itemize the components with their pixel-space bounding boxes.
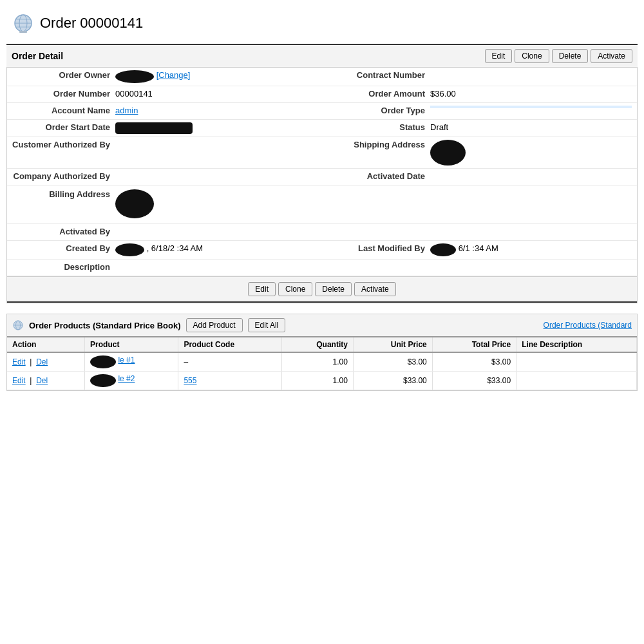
billing-right-empty <box>322 185 637 224</box>
edit-button-bottom[interactable]: Edit <box>248 282 276 296</box>
row2-unit-price: $33.00 <box>353 372 432 390</box>
products-right-link[interactable]: Order Products (Standard <box>544 321 632 330</box>
status-value: Draft <box>430 122 632 132</box>
products-title: Order Products (Standard Price Book) <box>29 321 181 330</box>
shipping-redacted <box>430 140 466 166</box>
clone-button-bottom[interactable]: Clone <box>278 282 312 296</box>
account-name-label: Account Name <box>12 106 115 115</box>
order-type-value <box>430 106 632 108</box>
row2-product: le #2 <box>85 372 178 390</box>
activate-button-bottom[interactable]: Activate <box>354 282 396 296</box>
page-container: Order 00000141 Order Detail Edit Clone D… <box>0 13 644 391</box>
add-product-button[interactable]: Add Product <box>186 318 243 332</box>
shipping-address-value <box>430 140 632 166</box>
products-header: Order Products (Standard Price Book) Add… <box>7 314 637 337</box>
products-table-head: Action Product Product Code Quantity Uni… <box>7 337 637 352</box>
company-auth-field: Company Authorized By <box>7 169 322 185</box>
row2-product-code: 555 <box>178 372 282 390</box>
billing-address-field: Billing Address <box>7 185 322 224</box>
description-right-empty <box>322 260 637 276</box>
products-icon <box>12 319 24 331</box>
order-detail-header: Order Detail Edit Clone Delete Activate <box>6 44 638 68</box>
row1-product: le #1 <box>85 352 178 372</box>
order-owner-field: Order Owner [Change] <box>7 68 322 86</box>
row1-unit-price: $3.00 <box>353 352 432 372</box>
table-row: Edit | Del le #2 555 1.00 $33.00 $33.00 <box>7 372 637 390</box>
order-detail-form: Order Owner [Change] Contract Number Ord… <box>6 68 638 303</box>
status-label: Status <box>327 122 430 132</box>
account-name-field: Account Name admin <box>7 103 322 120</box>
col-product-code-header: Product Code <box>178 337 282 352</box>
shipping-address-field: Shipping Address <box>322 137 637 169</box>
edit-all-button[interactable]: Edit All <box>248 318 286 332</box>
activated-date-label: Activated Date <box>327 171 430 181</box>
col-total-price-header: Total Price <box>432 337 516 352</box>
created-by-redacted <box>115 243 144 256</box>
activated-by-right-empty <box>322 224 637 241</box>
activated-by-label: Activated By <box>12 227 115 236</box>
order-products-section: Order Products (Standard Price Book) Add… <box>6 314 638 391</box>
svg-rect-5 <box>19 31 27 33</box>
status-field: Status Draft <box>322 120 637 137</box>
products-table-body: Edit | Del le #1 – 1.00 $3.00 $3.00 <box>7 352 637 390</box>
delete-button-bottom[interactable]: Delete <box>315 282 352 296</box>
order-amount-value: $36.00 <box>430 89 632 99</box>
last-modified-suffix: 6/1 :34 AM <box>459 243 498 253</box>
col-action-header: Action <box>7 337 85 352</box>
row1-product-link[interactable]: le #1 <box>118 355 135 365</box>
row2-quantity: 1.00 <box>282 372 354 390</box>
top-btn-group: Edit Clone Delete Activate <box>485 49 632 63</box>
col-line-desc-header: Line Description <box>516 337 637 352</box>
order-type-label: Order Type <box>327 106 430 115</box>
created-by-label: Created By <box>12 243 115 253</box>
order-amount-label: Order Amount <box>327 89 430 99</box>
change-link[interactable]: [Change] <box>156 70 191 80</box>
row1-line-desc <box>516 352 637 372</box>
edit-button-top[interactable]: Edit <box>485 49 513 63</box>
order-number-label: Order Number <box>12 89 115 99</box>
delete-button-top[interactable]: Delete <box>552 49 589 63</box>
clone-button-top[interactable]: Clone <box>515 49 549 63</box>
row2-action: Edit | Del <box>7 372 85 390</box>
products-table-header-row: Action Product Product Code Quantity Uni… <box>7 337 637 352</box>
activated-by-field: Activated By <box>7 224 322 241</box>
row1-total-price: $3.00 <box>432 352 516 372</box>
products-title-group: Order Products (Standard Price Book) Add… <box>12 318 285 332</box>
row1-edit-link[interactable]: Edit <box>12 357 26 366</box>
order-detail-section: Order Detail Edit Clone Delete Activate … <box>6 44 638 303</box>
last-modified-value: 6/1 :34 AM <box>430 243 632 256</box>
row1-action: Edit | Del <box>7 352 85 372</box>
account-name-link[interactable]: admin <box>115 106 138 115</box>
last-modified-redacted <box>430 243 456 256</box>
billing-redacted <box>115 189 154 218</box>
table-row: Edit | Del le #1 – 1.00 $3.00 $3.00 <box>7 352 637 372</box>
page-title-row: Order 00000141 <box>6 13 638 33</box>
order-detail-title: Order Detail <box>12 51 63 61</box>
row2-product-code-link[interactable]: 555 <box>184 376 196 385</box>
billing-address-value <box>115 189 317 218</box>
created-by-value: , 6/18/2 :34 AM <box>115 243 317 256</box>
col-product-header: Product <box>85 337 178 352</box>
description-label: Description <box>12 262 115 272</box>
products-table: Action Product Product Code Quantity Uni… <box>7 337 637 390</box>
company-auth-label: Company Authorized By <box>12 171 115 181</box>
last-modified-field: Last Modified By 6/1 :34 AM <box>322 241 637 260</box>
activated-date-field: Activated Date <box>322 169 637 185</box>
activate-button-top[interactable]: Activate <box>591 49 632 63</box>
row1-del-link[interactable]: Del <box>36 357 48 366</box>
row2-del-link[interactable]: Del <box>36 376 48 385</box>
row1-product-code: – <box>178 352 282 372</box>
order-start-date-label: Order Start Date <box>12 122 115 132</box>
created-by-field: Created By , 6/18/2 :34 AM <box>7 241 322 260</box>
order-number-field: Order Number 00000141 <box>7 86 322 103</box>
row2-edit-link[interactable]: Edit <box>12 376 26 385</box>
billing-address-label: Billing Address <box>12 189 115 199</box>
col-quantity-header: Quantity <box>282 337 354 352</box>
row1-quantity: 1.00 <box>282 352 354 372</box>
account-name-value: admin <box>115 106 317 115</box>
row2-product-link[interactable]: le #2 <box>118 374 135 383</box>
order-number-value: 00000141 <box>115 89 317 99</box>
order-icon <box>13 13 33 33</box>
row2-total-price: $33.00 <box>432 372 516 390</box>
customer-auth-label: Customer Authorized By <box>12 140 115 149</box>
